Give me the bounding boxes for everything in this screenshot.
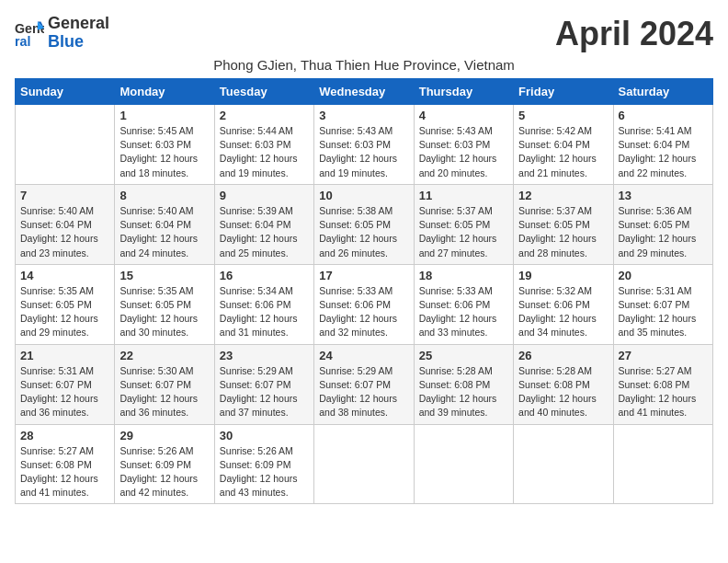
calendar-cell: 15Sunrise: 5:35 AM Sunset: 6:05 PM Dayli… bbox=[115, 264, 214, 344]
day-number: 4 bbox=[419, 109, 508, 122]
day-info: Sunrise: 5:27 AM Sunset: 6:08 PM Dayligh… bbox=[20, 444, 109, 500]
calendar-week-4: 21Sunrise: 5:31 AM Sunset: 6:07 PM Dayli… bbox=[16, 344, 713, 424]
day-info: Sunrise: 5:39 AM Sunset: 6:04 PM Dayligh… bbox=[220, 204, 309, 260]
day-number: 26 bbox=[518, 349, 608, 362]
logo: Gene ral General Blue bbox=[15, 15, 109, 52]
logo-text-line1: General bbox=[48, 15, 109, 33]
header-day-monday: Monday bbox=[115, 79, 214, 105]
calendar-cell: 12Sunrise: 5:37 AM Sunset: 6:05 PM Dayli… bbox=[514, 184, 613, 264]
calendar-cell bbox=[613, 424, 712, 504]
calendar-cell: 26Sunrise: 5:28 AM Sunset: 6:08 PM Dayli… bbox=[514, 344, 613, 424]
calendar-cell bbox=[16, 105, 115, 185]
day-info: Sunrise: 5:36 AM Sunset: 6:05 PM Dayligh… bbox=[619, 204, 708, 260]
day-info: Sunrise: 5:37 AM Sunset: 6:05 PM Dayligh… bbox=[419, 204, 508, 260]
day-info: Sunrise: 5:43 AM Sunset: 6:03 PM Dayligh… bbox=[319, 124, 408, 180]
day-number: 9 bbox=[220, 189, 309, 202]
calendar-cell: 4Sunrise: 5:43 AM Sunset: 6:03 PM Daylig… bbox=[414, 105, 513, 185]
calendar-cell: 30Sunrise: 5:26 AM Sunset: 6:09 PM Dayli… bbox=[214, 424, 313, 504]
day-info: Sunrise: 5:35 AM Sunset: 6:05 PM Dayligh… bbox=[119, 284, 209, 340]
logo-text-line2: Blue bbox=[48, 33, 109, 52]
calendar-cell: 8Sunrise: 5:40 AM Sunset: 6:04 PM Daylig… bbox=[115, 184, 214, 264]
day-info: Sunrise: 5:33 AM Sunset: 6:06 PM Dayligh… bbox=[319, 284, 408, 340]
day-info: Sunrise: 5:26 AM Sunset: 6:09 PM Dayligh… bbox=[119, 444, 209, 500]
header-day-sunday: Sunday bbox=[16, 79, 115, 105]
calendar-cell: 24Sunrise: 5:29 AM Sunset: 6:07 PM Dayli… bbox=[314, 344, 414, 424]
calendar-cell: 5Sunrise: 5:42 AM Sunset: 6:04 PM Daylig… bbox=[514, 105, 613, 185]
day-info: Sunrise: 5:31 AM Sunset: 6:07 PM Dayligh… bbox=[619, 284, 708, 340]
calendar-cell: 20Sunrise: 5:31 AM Sunset: 6:07 PM Dayli… bbox=[613, 264, 712, 344]
title-area: April 2024 bbox=[555, 15, 713, 53]
day-info: Sunrise: 5:42 AM Sunset: 6:04 PM Dayligh… bbox=[518, 124, 608, 180]
calendar-cell: 25Sunrise: 5:28 AM Sunset: 6:08 PM Dayli… bbox=[414, 344, 513, 424]
day-number: 25 bbox=[419, 349, 508, 362]
header-day-saturday: Saturday bbox=[613, 79, 712, 105]
svg-text:ral: ral bbox=[15, 34, 30, 48]
calendar-cell: 3Sunrise: 5:43 AM Sunset: 6:03 PM Daylig… bbox=[314, 105, 414, 185]
day-number: 10 bbox=[319, 189, 408, 202]
calendar-cell: 22Sunrise: 5:30 AM Sunset: 6:07 PM Dayli… bbox=[115, 344, 214, 424]
calendar-week-2: 7Sunrise: 5:40 AM Sunset: 6:04 PM Daylig… bbox=[16, 184, 713, 264]
day-number: 24 bbox=[319, 349, 408, 362]
calendar-week-1: 1Sunrise: 5:45 AM Sunset: 6:03 PM Daylig… bbox=[16, 105, 713, 185]
header-day-thursday: Thursday bbox=[414, 79, 513, 105]
day-info: Sunrise: 5:35 AM Sunset: 6:05 PM Dayligh… bbox=[20, 284, 109, 340]
day-info: Sunrise: 5:31 AM Sunset: 6:07 PM Dayligh… bbox=[20, 364, 109, 420]
day-number: 17 bbox=[319, 269, 408, 282]
day-info: Sunrise: 5:41 AM Sunset: 6:04 PM Dayligh… bbox=[619, 124, 708, 180]
day-number: 28 bbox=[20, 429, 109, 442]
header-day-tuesday: Tuesday bbox=[214, 79, 313, 105]
day-info: Sunrise: 5:29 AM Sunset: 6:07 PM Dayligh… bbox=[220, 364, 309, 420]
calendar-week-5: 28Sunrise: 5:27 AM Sunset: 6:08 PM Dayli… bbox=[16, 424, 713, 504]
day-info: Sunrise: 5:28 AM Sunset: 6:08 PM Dayligh… bbox=[419, 364, 508, 420]
calendar-cell: 27Sunrise: 5:27 AM Sunset: 6:08 PM Dayli… bbox=[613, 344, 712, 424]
day-info: Sunrise: 5:40 AM Sunset: 6:04 PM Dayligh… bbox=[20, 204, 109, 260]
calendar-cell: 18Sunrise: 5:33 AM Sunset: 6:06 PM Dayli… bbox=[414, 264, 513, 344]
day-number: 27 bbox=[619, 349, 708, 362]
day-number: 3 bbox=[319, 109, 408, 122]
day-info: Sunrise: 5:32 AM Sunset: 6:06 PM Dayligh… bbox=[518, 284, 608, 340]
calendar-header-row: SundayMondayTuesdayWednesdayThursdayFrid… bbox=[16, 79, 713, 105]
calendar-cell: 7Sunrise: 5:40 AM Sunset: 6:04 PM Daylig… bbox=[16, 184, 115, 264]
day-info: Sunrise: 5:27 AM Sunset: 6:08 PM Dayligh… bbox=[619, 364, 708, 420]
day-info: Sunrise: 5:44 AM Sunset: 6:03 PM Dayligh… bbox=[220, 124, 309, 180]
day-number: 12 bbox=[518, 189, 608, 202]
day-number: 13 bbox=[619, 189, 708, 202]
calendar-cell: 21Sunrise: 5:31 AM Sunset: 6:07 PM Dayli… bbox=[16, 344, 115, 424]
day-number: 19 bbox=[518, 269, 608, 282]
calendar-cell bbox=[414, 424, 513, 504]
header-day-friday: Friday bbox=[514, 79, 613, 105]
calendar-week-3: 14Sunrise: 5:35 AM Sunset: 6:05 PM Dayli… bbox=[16, 264, 713, 344]
header: Gene ral General Blue April 2024 bbox=[15, 15, 713, 53]
day-info: Sunrise: 5:28 AM Sunset: 6:08 PM Dayligh… bbox=[518, 364, 608, 420]
day-info: Sunrise: 5:45 AM Sunset: 6:03 PM Dayligh… bbox=[119, 124, 209, 180]
day-number: 1 bbox=[119, 109, 209, 122]
day-info: Sunrise: 5:33 AM Sunset: 6:06 PM Dayligh… bbox=[419, 284, 508, 340]
day-number: 21 bbox=[20, 349, 109, 362]
month-title: April 2024 bbox=[555, 15, 713, 53]
day-number: 2 bbox=[220, 109, 309, 122]
calendar-cell bbox=[314, 424, 414, 504]
day-number: 20 bbox=[619, 269, 708, 282]
day-number: 16 bbox=[220, 269, 309, 282]
day-number: 8 bbox=[119, 189, 209, 202]
day-number: 22 bbox=[119, 349, 209, 362]
calendar-cell: 16Sunrise: 5:34 AM Sunset: 6:06 PM Dayli… bbox=[214, 264, 313, 344]
day-info: Sunrise: 5:40 AM Sunset: 6:04 PM Dayligh… bbox=[119, 204, 209, 260]
calendar-cell: 6Sunrise: 5:41 AM Sunset: 6:04 PM Daylig… bbox=[613, 105, 712, 185]
day-number: 5 bbox=[518, 109, 608, 122]
day-info: Sunrise: 5:34 AM Sunset: 6:06 PM Dayligh… bbox=[220, 284, 309, 340]
day-number: 7 bbox=[20, 189, 109, 202]
calendar-cell: 10Sunrise: 5:38 AM Sunset: 6:05 PM Dayli… bbox=[314, 184, 414, 264]
calendar-cell: 14Sunrise: 5:35 AM Sunset: 6:05 PM Dayli… bbox=[16, 264, 115, 344]
logo-icon: Gene ral bbox=[15, 18, 44, 48]
calendar-table: SundayMondayTuesdayWednesdayThursdayFrid… bbox=[15, 78, 713, 504]
day-number: 14 bbox=[20, 269, 109, 282]
calendar-cell: 19Sunrise: 5:32 AM Sunset: 6:06 PM Dayli… bbox=[514, 264, 613, 344]
calendar-cell: 23Sunrise: 5:29 AM Sunset: 6:07 PM Dayli… bbox=[214, 344, 313, 424]
calendar-cell bbox=[514, 424, 613, 504]
calendar-cell: 9Sunrise: 5:39 AM Sunset: 6:04 PM Daylig… bbox=[214, 184, 313, 264]
calendar-cell: 11Sunrise: 5:37 AM Sunset: 6:05 PM Dayli… bbox=[414, 184, 513, 264]
calendar-cell: 1Sunrise: 5:45 AM Sunset: 6:03 PM Daylig… bbox=[115, 105, 214, 185]
calendar-cell: 29Sunrise: 5:26 AM Sunset: 6:09 PM Dayli… bbox=[115, 424, 214, 504]
day-number: 15 bbox=[119, 269, 209, 282]
